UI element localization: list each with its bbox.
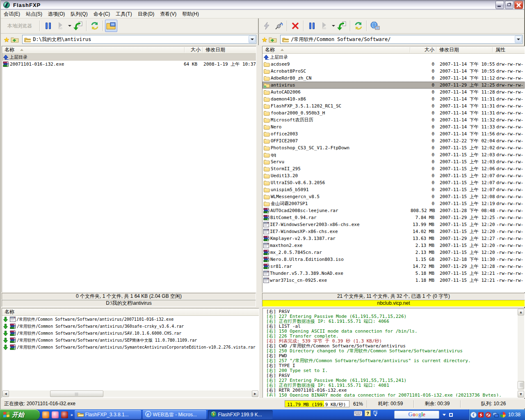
file-row[interactable]: antivirus02007-11-29 上午 12:25drw-rw-rw-	[262, 82, 525, 89]
file-row[interactable]: FlashFXP_3.5.1.1202_RC1_SC02007-11-14 下午…	[262, 103, 525, 110]
file-row[interactable]: wrar371sc_cn-0925.exe1.18 MB2007-11-15 上…	[262, 277, 525, 284]
parent-dir-row[interactable]: 上层目录	[2, 54, 256, 61]
go-button[interactable]: GO	[54, 20, 66, 32]
file-row[interactable]: IE7-WindowsXP-x86-chs.exe14.02 MB2007-11…	[262, 228, 525, 235]
scroll-thumb[interactable]	[518, 381, 524, 389]
file-row[interactable]: Servu02007-11-15 上午 12:03drw-rw-rw-	[262, 158, 525, 165]
parent-dir-row[interactable]: 上层目录	[262, 54, 525, 61]
start-button[interactable]: 开始	[0, 409, 40, 420]
menu-item-2[interactable]: 选项(O)	[45, 10, 68, 18]
file-row[interactable]: StormII_29502007-11-15 上午 12:06drw-rw-rw…	[262, 165, 525, 172]
file-row[interactable]: Thunder.v5.7.3.389.NoAD.exe5.18 MB2007-1…	[262, 270, 525, 277]
restore-button[interactable]	[505, 1, 514, 9]
column-header-attr[interactable]: 属性	[493, 46, 525, 53]
close-button[interactable]	[514, 1, 523, 9]
file-row[interactable]: maxthon2.exe2.13 MB2007-11-15 上午 12:20-r…	[262, 242, 525, 249]
file-row[interactable]: Uedit13.2002007-11-15 上午 12:07drw-rw-rw-	[262, 172, 525, 179]
quicklaunch-thunder-icon[interactable]	[42, 411, 49, 418]
menu-item-6[interactable]: 目录(D)	[135, 10, 158, 18]
remote-view-button[interactable]	[369, 20, 381, 32]
tray-flashfxp-icon[interactable]	[478, 412, 484, 418]
remote-bookmark-icon[interactable]: ★	[262, 36, 267, 43]
column-header-date[interactable]: 修改日期	[437, 46, 493, 53]
tray-pinwheel-icon[interactable]	[500, 412, 506, 418]
task-button-2[interactable]: FlashFXP 199.9 K...	[208, 410, 273, 419]
file-row[interactable]: Acrobat8ProSC02007-11-14 下午 10:55drw-rw-…	[262, 68, 525, 75]
refresh-button[interactable]	[89, 20, 101, 32]
file-row[interactable]: UltraISO-v8.6.3.205602007-11-15 上午 12:07…	[262, 179, 525, 186]
disconnect-button[interactable]	[289, 20, 301, 32]
remote-go-dropdown[interactable]	[330, 20, 336, 32]
google-button-icon[interactable]	[449, 413, 453, 417]
connect-button[interactable]	[273, 20, 285, 32]
file-row[interactable]: AUTOcad2008sc-leejune.rar808.52 MB2007-1…	[262, 207, 525, 214]
file-row[interactable]: Nero.8.Ultra.Edition803.iso1.15 GB2007-1…	[262, 256, 525, 263]
column-header-name[interactable]: 名称	[2, 46, 185, 53]
tray-disabled-icon[interactable]	[485, 412, 491, 418]
queue-item[interactable]: /常用软件/Common Software/Software/antivirus…	[2, 337, 259, 344]
go-dropdown[interactable]	[66, 20, 72, 32]
file-row[interactable]: Kmplayer-v2.9.3.1387.rar13.63 MB2007-11-…	[262, 235, 525, 242]
toolbar-caret-icon[interactable]	[374, 415, 377, 416]
local-path-dropdown[interactable]	[249, 36, 256, 43]
queue-hscrollbar[interactable]: ◄ ►	[2, 390, 258, 397]
task-button-1[interactable]: eWEB迅雷 - Micros...	[143, 410, 206, 419]
restore-toolbar-icon[interactable]	[373, 411, 377, 414]
file-row[interactable]: AdbeRdr80_zh_CN02007-11-14 下午 11:12drw-r…	[262, 75, 525, 82]
remote-path-combo[interactable]: /常用软件/Common Software/Software/	[280, 35, 523, 44]
remote-refresh-button[interactable]	[352, 20, 365, 32]
column-header-date[interactable]: 修改日期	[203, 46, 256, 53]
tray-network-icon[interactable]	[493, 412, 499, 418]
quicklaunch-maxthon-icon[interactable]	[61, 411, 68, 418]
menu-item-3[interactable]: 队列(Q)	[68, 10, 90, 18]
local-bookmark-icon[interactable]: ★	[4, 36, 9, 43]
scroll-thumb[interactable]	[50, 390, 103, 397]
file-row[interactable]: Photoshop_CS3_SC_V1.2-FtpDown02007-11-15…	[262, 144, 525, 151]
file-row[interactable]: WLMessengercn_v8.502007-11-15 上午 12:08dr…	[262, 193, 525, 200]
pause-button[interactable]	[42, 20, 54, 32]
column-header-name[interactable]: 名称	[262, 46, 411, 53]
file-row[interactable]: mx_2.0.5.7845cn.rar2.13 MB2007-11-15 上午 …	[262, 249, 525, 256]
file-row[interactable]: BitComet_0.94.rar7.84 MB2007-11-29 上午 12…	[262, 214, 525, 221]
file-row[interactable]: foobar2000_0.950b3_H02007-11-14 下午 11:31…	[262, 110, 525, 116]
queue-item[interactable]: /常用软件/Common Software/Software/antivirus…	[2, 316, 259, 323]
menu-item-4[interactable]: 命令(C)	[91, 10, 113, 18]
file-row[interactable]: daemon410-x8602007-11-14 下午 11:31drw-rw-…	[262, 96, 525, 103]
remote-path-dropdown[interactable]	[515, 36, 522, 43]
file-row[interactable]: OFFICE200702007-12-22 下午 02:04drw-rw-rw-	[262, 137, 525, 144]
column-header-size[interactable]: 大小	[411, 46, 437, 53]
file-row[interactable]: 20071101-016-i32.exe64 KB2008-1-19 上午 10…	[2, 61, 256, 68]
task-button-0[interactable]: FlashFXP_3.3.8.1...	[75, 410, 141, 419]
menu-item-8[interactable]: 帮助(H)	[179, 10, 202, 18]
file-row[interactable]: office200302007-11-14 下午 11:56drw-rw-rw-	[262, 130, 525, 137]
file-row[interactable]: IE7-WindowsServer2003-x86-chs.exe13.99 M…	[262, 221, 525, 228]
log-vscrollbar[interactable]: ▲ ▼	[518, 309, 524, 397]
menu-item-5[interactable]: 工具(T)	[113, 10, 135, 18]
google-search-box[interactable]: Google	[394, 411, 439, 419]
title-bar[interactable]: FlashFXP	[1, 0, 524, 10]
local-view-button[interactable]	[105, 20, 117, 32]
remote-go-button[interactable]: GO	[318, 20, 330, 32]
keyboard-icon[interactable]	[354, 411, 362, 416]
column-header-size[interactable]: 大小	[185, 46, 203, 53]
queue-item[interactable]: /常用软件/Common Software/Software/antivirus…	[2, 323, 259, 330]
file-row[interactable]: unispim5_b509102007-11-15 上午 12:07drw-rw…	[262, 186, 525, 193]
file-row[interactable]: sr81.rar14.72 MB2007-11-29 上午 12:28-rw-r…	[262, 263, 525, 270]
file-row[interactable]: Microsoft农历日历02007-11-14 下午 11:32drw-rw-…	[262, 116, 525, 123]
file-row[interactable]: qq02007-11-15 上午 12:03drw-rw-rw-	[262, 151, 525, 158]
google-dropdown-icon[interactable]	[443, 414, 446, 416]
file-row[interactable]: Nero02007-11-14 下午 11:33drw-rw-rw-	[262, 123, 525, 130]
quick-connect-button[interactable]	[260, 20, 273, 32]
local-up-icon[interactable]	[11, 36, 19, 43]
menu-item-7[interactable]: 查看(V)	[157, 10, 179, 18]
menu-item-0[interactable]: 会话(E)	[1, 10, 23, 18]
quicklaunch-messenger-icon[interactable]	[52, 411, 59, 418]
transfer-button[interactable]	[72, 20, 84, 32]
file-row[interactable]: 金山词霸2007SP102007-11-15 上午 12:19drw-rw-rw…	[262, 200, 525, 207]
local-path-combo[interactable]: D:\我的文档\antivirus	[22, 35, 256, 44]
queue-column-name[interactable]: 名称	[2, 308, 259, 315]
file-row[interactable]: AutoCAD200602007-11-14 下午 11:28drw-rw-rw…	[262, 89, 525, 96]
remote-transfer-button[interactable]	[336, 20, 348, 32]
remote-pause-button[interactable]	[306, 20, 318, 32]
remote-up-icon[interactable]	[269, 36, 277, 43]
